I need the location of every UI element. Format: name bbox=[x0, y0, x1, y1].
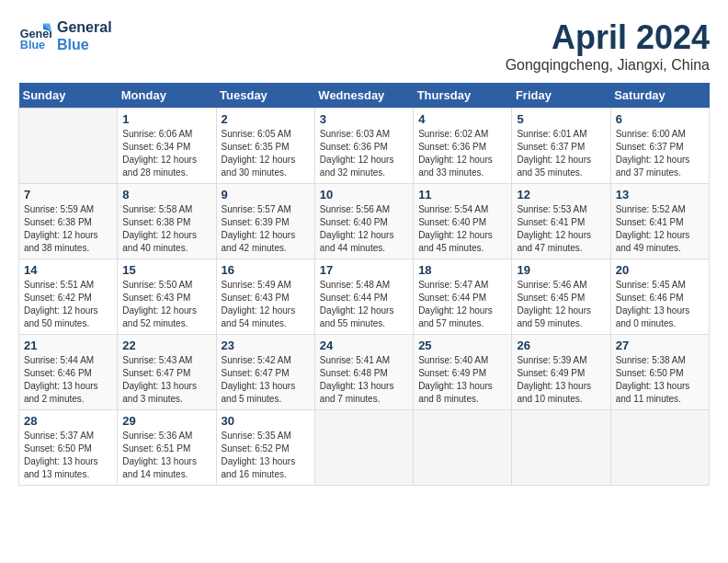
calendar-week-row: 14Sunrise: 5:51 AMSunset: 6:42 PMDayligh… bbox=[19, 259, 710, 335]
day-info: Sunrise: 5:54 AMSunset: 6:40 PMDaylight:… bbox=[418, 203, 506, 255]
day-info: Sunrise: 5:51 AMSunset: 6:42 PMDaylight:… bbox=[24, 279, 112, 330]
day-number: 12 bbox=[517, 188, 605, 201]
calendar-cell: 17Sunrise: 5:48 AMSunset: 6:44 PMDayligh… bbox=[314, 259, 413, 335]
day-number: 10 bbox=[320, 188, 408, 201]
page-header: General Blue General Blue April 2024 Gon… bbox=[18, 18, 710, 74]
day-number: 9 bbox=[222, 188, 310, 201]
calendar-cell: 29Sunrise: 5:36 AMSunset: 6:51 PMDayligh… bbox=[118, 410, 216, 486]
calendar-cell: 7Sunrise: 5:59 AMSunset: 6:38 PMDaylight… bbox=[19, 184, 118, 259]
logo-text-line2: Blue bbox=[57, 36, 112, 53]
day-info: Sunrise: 5:41 AMSunset: 6:48 PMDaylight:… bbox=[320, 354, 408, 406]
calendar-cell: 12Sunrise: 5:53 AMSunset: 6:41 PMDayligh… bbox=[512, 184, 610, 259]
day-number: 17 bbox=[320, 263, 408, 277]
calendar-cell: 8Sunrise: 5:58 AMSunset: 6:38 PMDaylight… bbox=[118, 184, 216, 259]
calendar-cell: 9Sunrise: 5:57 AMSunset: 6:39 PMDaylight… bbox=[216, 184, 314, 259]
day-info: Sunrise: 5:44 AMSunset: 6:46 PMDaylight:… bbox=[24, 354, 112, 406]
day-number: 18 bbox=[418, 263, 506, 277]
day-info: Sunrise: 5:47 AMSunset: 6:44 PMDaylight:… bbox=[418, 279, 506, 330]
calendar-cell: 18Sunrise: 5:47 AMSunset: 6:44 PMDayligh… bbox=[414, 259, 512, 335]
day-number: 11 bbox=[418, 188, 506, 201]
day-header-friday: Friday bbox=[512, 83, 610, 109]
day-info: Sunrise: 6:01 AMSunset: 6:37 PMDaylight:… bbox=[517, 128, 605, 179]
day-number: 4 bbox=[418, 112, 506, 126]
day-info: Sunrise: 6:02 AMSunset: 6:36 PMDaylight:… bbox=[418, 128, 506, 179]
logo-icon: General Blue bbox=[18, 19, 51, 52]
day-header-wednesday: Wednesday bbox=[314, 83, 413, 109]
calendar-week-row: 21Sunrise: 5:44 AMSunset: 6:46 PMDayligh… bbox=[19, 335, 710, 410]
logo-text-line1: General bbox=[57, 18, 112, 36]
day-header-monday: Monday bbox=[118, 83, 216, 109]
day-number: 28 bbox=[24, 414, 112, 428]
day-number: 14 bbox=[24, 263, 112, 277]
day-info: Sunrise: 5:40 AMSunset: 6:49 PMDaylight:… bbox=[418, 354, 506, 406]
day-number: 21 bbox=[24, 339, 112, 352]
day-number: 30 bbox=[222, 414, 310, 428]
day-info: Sunrise: 5:38 AMSunset: 6:50 PMDaylight:… bbox=[616, 354, 704, 406]
day-number: 19 bbox=[517, 263, 605, 277]
day-info: Sunrise: 5:56 AMSunset: 6:40 PMDaylight:… bbox=[320, 203, 408, 255]
day-info: Sunrise: 5:50 AMSunset: 6:43 PMDaylight:… bbox=[122, 279, 210, 330]
calendar-cell bbox=[19, 109, 118, 184]
month-title: April 2024 bbox=[506, 18, 710, 57]
calendar-cell: 5Sunrise: 6:01 AMSunset: 6:37 PMDaylight… bbox=[512, 109, 610, 184]
calendar-cell: 22Sunrise: 5:43 AMSunset: 6:47 PMDayligh… bbox=[118, 335, 216, 410]
day-info: Sunrise: 5:36 AMSunset: 6:51 PMDaylight:… bbox=[122, 430, 210, 481]
calendar-cell: 20Sunrise: 5:45 AMSunset: 6:46 PMDayligh… bbox=[610, 259, 709, 335]
day-info: Sunrise: 6:05 AMSunset: 6:35 PMDaylight:… bbox=[222, 128, 310, 179]
location-title: Gongqingcheng, Jiangxi, China bbox=[506, 57, 710, 74]
logo: General Blue General Blue bbox=[18, 18, 112, 53]
day-number: 23 bbox=[222, 339, 310, 352]
day-number: 24 bbox=[320, 339, 408, 352]
calendar-cell: 25Sunrise: 5:40 AMSunset: 6:49 PMDayligh… bbox=[414, 335, 512, 410]
day-number: 2 bbox=[222, 112, 310, 126]
day-info: Sunrise: 5:59 AMSunset: 6:38 PMDaylight:… bbox=[24, 203, 112, 255]
day-info: Sunrise: 5:49 AMSunset: 6:43 PMDaylight:… bbox=[222, 279, 310, 330]
calendar-cell: 30Sunrise: 5:35 AMSunset: 6:52 PMDayligh… bbox=[216, 410, 314, 486]
day-number: 8 bbox=[122, 188, 210, 201]
calendar-cell: 6Sunrise: 6:00 AMSunset: 6:37 PMDaylight… bbox=[610, 109, 709, 184]
day-number: 15 bbox=[122, 263, 210, 277]
day-info: Sunrise: 5:46 AMSunset: 6:45 PMDaylight:… bbox=[517, 279, 605, 330]
calendar-cell bbox=[512, 410, 610, 486]
day-info: Sunrise: 6:00 AMSunset: 6:37 PMDaylight:… bbox=[616, 128, 704, 179]
day-header-thursday: Thursday bbox=[414, 83, 512, 109]
calendar-cell: 23Sunrise: 5:42 AMSunset: 6:47 PMDayligh… bbox=[216, 335, 314, 410]
calendar-cell: 1Sunrise: 6:06 AMSunset: 6:34 PMDaylight… bbox=[118, 109, 216, 184]
day-info: Sunrise: 5:43 AMSunset: 6:47 PMDaylight:… bbox=[122, 354, 210, 406]
calendar-week-row: 28Sunrise: 5:37 AMSunset: 6:50 PMDayligh… bbox=[19, 410, 710, 486]
calendar-table: SundayMondayTuesdayWednesdayThursdayFrid… bbox=[18, 83, 710, 486]
calendar-cell: 21Sunrise: 5:44 AMSunset: 6:46 PMDayligh… bbox=[19, 335, 118, 410]
calendar-cell bbox=[414, 410, 512, 486]
calendar-cell: 3Sunrise: 6:03 AMSunset: 6:36 PMDaylight… bbox=[314, 109, 413, 184]
day-number: 13 bbox=[616, 188, 704, 201]
day-number: 3 bbox=[320, 112, 408, 126]
day-header-saturday: Saturday bbox=[610, 83, 709, 109]
calendar-cell: 28Sunrise: 5:37 AMSunset: 6:50 PMDayligh… bbox=[19, 410, 118, 486]
day-info: Sunrise: 6:03 AMSunset: 6:36 PMDaylight:… bbox=[320, 128, 408, 179]
day-info: Sunrise: 6:06 AMSunset: 6:34 PMDaylight:… bbox=[122, 128, 210, 179]
day-header-sunday: Sunday bbox=[19, 83, 118, 109]
calendar-week-row: 7Sunrise: 5:59 AMSunset: 6:38 PMDaylight… bbox=[19, 184, 710, 259]
day-info: Sunrise: 5:52 AMSunset: 6:41 PMDaylight:… bbox=[616, 203, 704, 255]
day-info: Sunrise: 5:45 AMSunset: 6:46 PMDaylight:… bbox=[616, 279, 704, 330]
calendar-cell bbox=[610, 410, 709, 486]
calendar-cell: 2Sunrise: 6:05 AMSunset: 6:35 PMDaylight… bbox=[216, 109, 314, 184]
day-info: Sunrise: 5:42 AMSunset: 6:47 PMDaylight:… bbox=[222, 354, 310, 406]
calendar-cell: 15Sunrise: 5:50 AMSunset: 6:43 PMDayligh… bbox=[118, 259, 216, 335]
day-info: Sunrise: 5:58 AMSunset: 6:38 PMDaylight:… bbox=[122, 203, 210, 255]
calendar-cell: 13Sunrise: 5:52 AMSunset: 6:41 PMDayligh… bbox=[610, 184, 709, 259]
calendar-header-row: SundayMondayTuesdayWednesdayThursdayFrid… bbox=[19, 83, 710, 109]
day-number: 6 bbox=[616, 112, 704, 126]
day-number: 5 bbox=[517, 112, 605, 126]
calendar-week-row: 1Sunrise: 6:06 AMSunset: 6:34 PMDaylight… bbox=[19, 109, 710, 184]
day-number: 25 bbox=[418, 339, 506, 352]
calendar-cell: 14Sunrise: 5:51 AMSunset: 6:42 PMDayligh… bbox=[19, 259, 118, 335]
day-number: 26 bbox=[517, 339, 605, 352]
svg-text:Blue: Blue bbox=[20, 39, 45, 52]
calendar-cell: 26Sunrise: 5:39 AMSunset: 6:49 PMDayligh… bbox=[512, 335, 610, 410]
day-number: 27 bbox=[616, 339, 704, 352]
day-info: Sunrise: 5:57 AMSunset: 6:39 PMDaylight:… bbox=[222, 203, 310, 255]
calendar-cell: 19Sunrise: 5:46 AMSunset: 6:45 PMDayligh… bbox=[512, 259, 610, 335]
title-block: April 2024 Gongqingcheng, Jiangxi, China bbox=[506, 18, 710, 74]
day-number: 7 bbox=[24, 188, 112, 201]
